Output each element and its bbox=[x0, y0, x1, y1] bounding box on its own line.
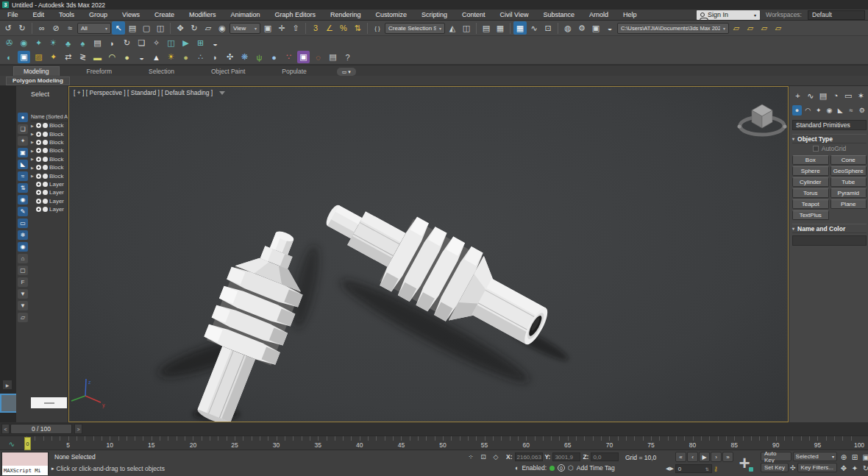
visibility-eye-icon[interactable] bbox=[36, 140, 41, 145]
quad-view-icon[interactable]: ⊞ bbox=[194, 37, 207, 49]
se-visibility-icon[interactable]: ◉ bbox=[18, 242, 28, 252]
scene-explorer-row[interactable]: Layer bbox=[31, 180, 68, 188]
project-folder-open-icon[interactable]: ▱ bbox=[744, 21, 757, 35]
se-characters-icon[interactable]: ◉ bbox=[18, 195, 28, 205]
create-key-button[interactable]: + bbox=[733, 452, 755, 474]
zoom-all-icon[interactable]: ⊞ bbox=[850, 452, 860, 462]
window-crossing-icon[interactable]: ◫ bbox=[154, 21, 167, 35]
cameras-category-icon[interactable]: ◉ bbox=[825, 105, 834, 116]
layer-explorer-icon[interactable]: ▤ bbox=[480, 21, 493, 35]
ribbon-tab[interactable]: Modeling bbox=[13, 66, 60, 76]
se-filter-icon[interactable]: ▼ bbox=[18, 301, 28, 310]
tree-icon[interactable]: ♠ bbox=[77, 37, 89, 49]
schematic-view-icon[interactable]: ⊡ bbox=[541, 21, 555, 35]
scene-explorer-row[interactable]: ▶ Block bbox=[31, 171, 68, 180]
selection-dot-icon[interactable] bbox=[43, 148, 48, 153]
dock-corner-box[interactable] bbox=[0, 394, 18, 413]
se-spacewarps-icon[interactable]: ≈ bbox=[18, 171, 28, 181]
scene-explorer-row[interactable]: ▶ Block bbox=[31, 129, 68, 138]
filter-funnel-icon[interactable] bbox=[219, 91, 225, 95]
cone-primitive-icon[interactable]: ▲ bbox=[150, 51, 163, 63]
next-frame-button[interactable]: › bbox=[711, 452, 722, 462]
polygon-modeling-panel[interactable]: Polygon Modeling bbox=[6, 77, 70, 85]
select-and-place-icon[interactable]: ◉ bbox=[216, 21, 229, 35]
key-mode-toggle-icon[interactable]: ◀▶ bbox=[666, 466, 674, 472]
moon-icon[interactable]: ◗ bbox=[209, 51, 221, 63]
viewport-play-icon[interactable]: ▶ bbox=[179, 37, 192, 49]
selection-dot-icon[interactable] bbox=[43, 182, 48, 187]
menu-item[interactable]: Content bbox=[455, 10, 493, 20]
blue-sphere-icon[interactable]: ● bbox=[268, 51, 280, 63]
key-icon[interactable]: ⚷ bbox=[714, 465, 719, 472]
purple-window-icon[interactable]: ▣ bbox=[297, 51, 310, 63]
primitive-button[interactable]: Pyramid bbox=[830, 188, 867, 198]
rendered-frame-window-icon[interactable]: ▣ bbox=[589, 21, 602, 35]
selection-lock-grid-icon[interactable]: ⁘ bbox=[466, 452, 475, 461]
add-time-tag-button[interactable]: Add Time Tag bbox=[577, 464, 615, 472]
selection-dot-icon[interactable] bbox=[43, 207, 48, 212]
se-layers-icon[interactable]: ❏ bbox=[18, 124, 28, 134]
ribbon-tab[interactable]: Object Paint bbox=[202, 66, 255, 76]
hierarchy-tab-icon[interactable]: ▤ bbox=[817, 90, 828, 102]
se-filter-set-icon[interactable]: ▼ bbox=[18, 289, 28, 299]
primitive-button[interactable]: GeoSphere bbox=[830, 166, 867, 176]
keyboard-shortcut-override-icon[interactable]: ⇧ bbox=[289, 21, 302, 35]
visibility-eye-icon[interactable] bbox=[36, 190, 41, 195]
mini-curve-editor-button[interactable]: ∿ bbox=[6, 438, 18, 449]
maxscript-mini-listener[interactable]: MAXScript Mi bbox=[1, 452, 49, 475]
go-to-end-button[interactable]: » bbox=[722, 452, 733, 462]
olive-sphere-icon[interactable]: ● bbox=[179, 51, 192, 63]
teapot-outline-icon[interactable]: ◒ bbox=[209, 37, 221, 49]
project-folder-browse-icon[interactable]: ▱ bbox=[772, 21, 785, 35]
menu-item[interactable]: Animation bbox=[223, 10, 267, 20]
camera-icon[interactable]: ◉ bbox=[18, 37, 30, 49]
auto-key-button[interactable]: Auto Key bbox=[761, 452, 791, 461]
x-coordinate-field[interactable]: 2160,063 bbox=[515, 452, 543, 461]
selection-dot-icon[interactable] bbox=[43, 165, 48, 170]
scene-explorer-scrollbar[interactable] bbox=[31, 397, 67, 408]
help-icon[interactable]: ? bbox=[341, 51, 354, 63]
prev-frame-button[interactable]: ‹ bbox=[687, 452, 698, 462]
menu-item[interactable]: Arnold bbox=[582, 10, 616, 20]
primitive-button[interactable]: Teapot bbox=[792, 199, 829, 209]
autogrid-checkbox[interactable] bbox=[813, 146, 819, 152]
plug-icon[interactable]: ≷ bbox=[77, 51, 89, 63]
geometry-category-icon[interactable]: ● bbox=[792, 105, 802, 116]
y-coordinate-field[interactable]: 3001,9 bbox=[552, 452, 580, 461]
set-key-button[interactable]: Set Key bbox=[761, 463, 789, 472]
sun-light-icon[interactable]: ☀ bbox=[47, 37, 60, 49]
percent-snap-icon[interactable]: % bbox=[337, 21, 350, 35]
menu-item[interactable]: Modifiers bbox=[182, 10, 224, 20]
scene-explorer-row[interactable]: ▶ Block bbox=[31, 138, 68, 146]
se-frozen-icon[interactable]: F bbox=[18, 277, 28, 287]
visibility-eye-icon[interactable] bbox=[36, 148, 41, 153]
scene-explorer-row[interactable]: ▶ Block bbox=[31, 121, 68, 129]
rectangular-selection-region-icon[interactable]: ▢ bbox=[140, 21, 153, 35]
visibility-eye-icon[interactable] bbox=[36, 174, 41, 179]
visibility-eye-icon[interactable] bbox=[36, 132, 41, 137]
z-coordinate-field[interactable]: 0,0 bbox=[591, 452, 619, 461]
project-folder-settings-icon[interactable]: ▱ bbox=[730, 21, 743, 35]
expand-arrow-icon[interactable]: ▶ bbox=[31, 157, 35, 161]
image-browser-icon[interactable]: ▤ bbox=[91, 37, 104, 49]
menu-item[interactable]: Help bbox=[616, 10, 644, 20]
sphere-primitive-icon[interactable]: ● bbox=[121, 51, 133, 63]
se-bones-icon[interactable]: ⇅ bbox=[18, 183, 28, 193]
se-geometry-icon[interactable]: ▣ bbox=[18, 148, 28, 157]
prev-frame-arrow[interactable]: < bbox=[1, 424, 10, 434]
selection-dot-icon[interactable] bbox=[43, 174, 48, 179]
scene-explorer-row[interactable]: Layer bbox=[31, 205, 68, 213]
rounded-rect-icon[interactable]: ▬ bbox=[91, 51, 104, 63]
menu-item[interactable]: Edit bbox=[26, 10, 52, 20]
menu-item[interactable]: Scripting bbox=[414, 10, 455, 20]
timeline-playhead[interactable]: 0 bbox=[24, 437, 31, 450]
menu-item[interactable]: Civil View bbox=[493, 10, 536, 20]
selection-dot-icon[interactable] bbox=[43, 199, 48, 204]
se-snowflake-icon[interactable]: ❄ bbox=[18, 230, 28, 240]
unlink-selection-icon[interactable]: ⊘ bbox=[49, 21, 63, 35]
color-dots-icon[interactable]: ∵ bbox=[282, 51, 295, 63]
redo-icon[interactable]: ↻ bbox=[15, 21, 29, 35]
angle-snap-icon[interactable]: ∠ bbox=[323, 21, 336, 35]
object-type-rollout[interactable]: ▾ Object Type bbox=[792, 134, 867, 143]
dashed-sphere-icon[interactable]: ◌ bbox=[312, 51, 324, 63]
